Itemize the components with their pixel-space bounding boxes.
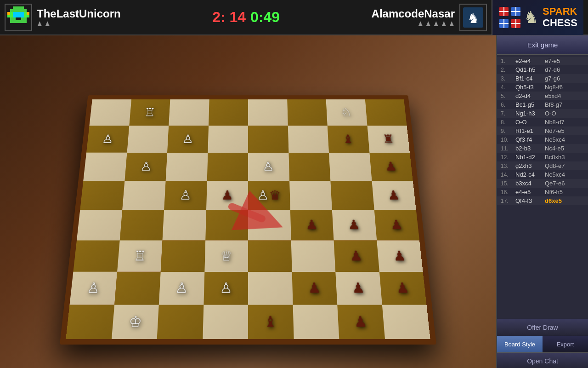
move-white[interactable]: e4-e5 <box>515 189 543 196</box>
board-cell-a5[interactable] <box>80 180 124 209</box>
move-black[interactable]: Bc8xh3 <box>545 154 572 161</box>
move-row[interactable]: 16.e4-e5Nf6-h5 <box>497 188 588 196</box>
move-black[interactable]: Ne5xc4 <box>545 171 572 178</box>
board-cell-a1[interactable] <box>66 305 114 339</box>
offer-draw-button[interactable]: Offer Draw <box>497 319 588 336</box>
open-chat-button[interactable]: Open Chat <box>497 352 588 368</box>
move-row[interactable]: 11.b2-b3Nc4-e5 <box>497 144 588 153</box>
board-cell-b8[interactable]: ♖ <box>129 99 170 126</box>
move-white[interactable]: Qf4-f3 <box>515 197 543 204</box>
board-cell-g2[interactable]: ♟ <box>335 271 382 304</box>
board-cell-g1[interactable]: ♟ <box>337 305 384 339</box>
board-cell-g3[interactable]: ♟ <box>334 240 379 272</box>
board-cell-f4[interactable]: ♟ <box>290 210 334 240</box>
board-cell-c7[interactable]: ♙ <box>167 125 209 152</box>
board-cell-f8[interactable] <box>287 99 328 126</box>
move-row[interactable]: 5.d2-d4e5xd4 <box>497 92 588 100</box>
move-white[interactable]: Nb1-d2 <box>515 154 543 161</box>
board-cell-a4[interactable] <box>77 210 122 240</box>
move-white[interactable]: e2-e4 <box>515 58 543 64</box>
move-row[interactable]: 10.Qf3-f4Ne5xc4 <box>497 135 588 144</box>
board-cell-h7[interactable]: ♜ <box>367 125 410 152</box>
move-black[interactable]: d7-d6 <box>545 66 572 73</box>
move-white[interactable]: Bc1-g5 <box>515 101 543 108</box>
board-cell-a2[interactable]: ♙ <box>70 271 117 304</box>
move-row[interactable]: 3.Bf1-c4g7-g6 <box>497 74 588 83</box>
move-row[interactable]: 17.Qf4-f3d6xe5 <box>497 196 588 205</box>
board-cell-f6[interactable] <box>288 152 330 180</box>
move-white[interactable]: Bf1-c4 <box>515 75 543 82</box>
move-white[interactable]: Nd2-c4 <box>515 171 543 178</box>
move-white[interactable]: Qd1-h5 <box>515 66 543 73</box>
board-cell-b6[interactable]: ♙ <box>124 152 167 180</box>
board-cell-e5[interactable]: ♙♛ <box>248 180 290 209</box>
move-black[interactable]: g7-g6 <box>545 75 572 82</box>
board-cell-b5[interactable] <box>122 180 166 209</box>
board-cell-h2[interactable]: ♟ <box>379 271 426 304</box>
board-cell-a7[interactable]: ♙ <box>86 125 129 152</box>
move-row[interactable]: 7.Ng1-h3O-O <box>497 109 588 118</box>
board-grid[interactable]: ♖♘♙♙♝♜♙♙♟♙♟♙♛♟♟♟♟♖♕♟♟♙♙♙♟♟♟♔♝♟ <box>66 99 430 339</box>
board-cell-e3[interactable] <box>248 240 292 272</box>
board-cell-g8[interactable]: ♘ <box>326 99 367 126</box>
board-cell-b1[interactable]: ♔ <box>112 305 159 339</box>
move-row[interactable]: 2.Qd1-h5d7-d6 <box>497 65 588 74</box>
board-cell-f2[interactable]: ♟ <box>292 271 337 304</box>
board-cell-c3[interactable] <box>161 240 205 272</box>
board-cell-c8[interactable] <box>169 99 209 126</box>
move-row[interactable]: 4.Qh5-f3Ng8-f6 <box>497 83 588 92</box>
move-black[interactable]: Nd7-e5 <box>545 127 572 134</box>
board-cell-h8[interactable] <box>365 99 407 126</box>
move-row[interactable]: 6.Bc1-g5Bf8-g7 <box>497 100 588 109</box>
board-cell-d6[interactable] <box>207 152 248 180</box>
move-white[interactable]: b2-b3 <box>515 145 543 152</box>
move-row[interactable]: 13.g2xh3Qd8-e7 <box>497 161 588 170</box>
board-cell-h3[interactable]: ♟ <box>377 240 423 272</box>
move-white[interactable]: b3xc4 <box>515 180 543 187</box>
move-black[interactable]: Nb8-d7 <box>545 119 572 126</box>
move-black[interactable]: Nc4-e5 <box>545 145 572 152</box>
board-cell-d2[interactable]: ♙ <box>204 271 248 304</box>
move-white[interactable]: d2-d4 <box>515 92 543 99</box>
board-cell-e8[interactable] <box>248 99 288 126</box>
moves-list[interactable]: 1.e2-e4e7-e52.Qd1-h5d7-d63.Bf1-c4g7-g64.… <box>497 55 588 319</box>
board-cell-d3[interactable]: ♕ <box>204 240 248 272</box>
board-cell-g6[interactable] <box>329 152 372 180</box>
move-black[interactable]: Qe7-e6 <box>545 180 572 187</box>
move-white[interactable]: Rf1-e1 <box>515 127 543 134</box>
board-cell-a8[interactable] <box>90 99 131 126</box>
exit-game-button[interactable]: Exit game <box>497 35 588 55</box>
board-cell-g7[interactable]: ♝ <box>328 125 369 152</box>
board-cell-b4[interactable] <box>119 210 164 240</box>
move-black[interactable]: e5xd4 <box>545 92 572 99</box>
move-white[interactable]: Qh5-f3 <box>515 84 543 91</box>
board-cell-h4[interactable]: ♟ <box>374 210 419 240</box>
move-row[interactable]: 12.Nb1-d2Bc8xh3 <box>497 153 588 161</box>
board-cell-h1[interactable] <box>382 305 430 339</box>
board-cell-g5[interactable] <box>330 180 374 209</box>
board-cell-c5[interactable]: ♙ <box>164 180 207 209</box>
move-black[interactable]: O-O <box>545 110 572 117</box>
move-black[interactable]: Ne5xc4 <box>545 136 572 143</box>
board-cell-g4[interactable]: ♟ <box>332 210 377 240</box>
board-cell-e4[interactable] <box>248 210 291 240</box>
move-black[interactable]: e7-e5 <box>545 58 572 64</box>
move-white[interactable]: O-O <box>515 119 543 126</box>
board-cell-h6[interactable]: ♟ <box>369 152 413 180</box>
board-cell-c1[interactable] <box>157 305 204 339</box>
board-cell-e2[interactable] <box>248 271 293 304</box>
board-cell-d1[interactable] <box>203 305 248 339</box>
board-cell-f1[interactable] <box>293 305 339 339</box>
export-tab[interactable]: Export <box>543 336 588 352</box>
chess-board[interactable]: ♖♘♙♙♝♜♙♙♟♙♟♙♛♟♟♟♟♖♕♟♟♙♙♙♟♟♟♔♝♟ <box>60 95 436 345</box>
board-cell-b3[interactable]: ♖ <box>117 240 163 272</box>
move-white[interactable]: Ng1-h3 <box>515 110 543 117</box>
board-cell-d5[interactable]: ♟ <box>206 180 248 209</box>
board-cell-h5[interactable]: ♟ <box>372 180 416 209</box>
board-cell-c6[interactable] <box>166 152 208 180</box>
move-black[interactable]: Qd8-e7 <box>545 162 572 169</box>
move-black[interactable]: Nf6-h5 <box>545 189 572 196</box>
board-cell-d4[interactable] <box>205 210 248 240</box>
move-white[interactable]: g2xh3 <box>515 162 543 169</box>
board-cell-e1[interactable]: ♝ <box>248 305 294 339</box>
